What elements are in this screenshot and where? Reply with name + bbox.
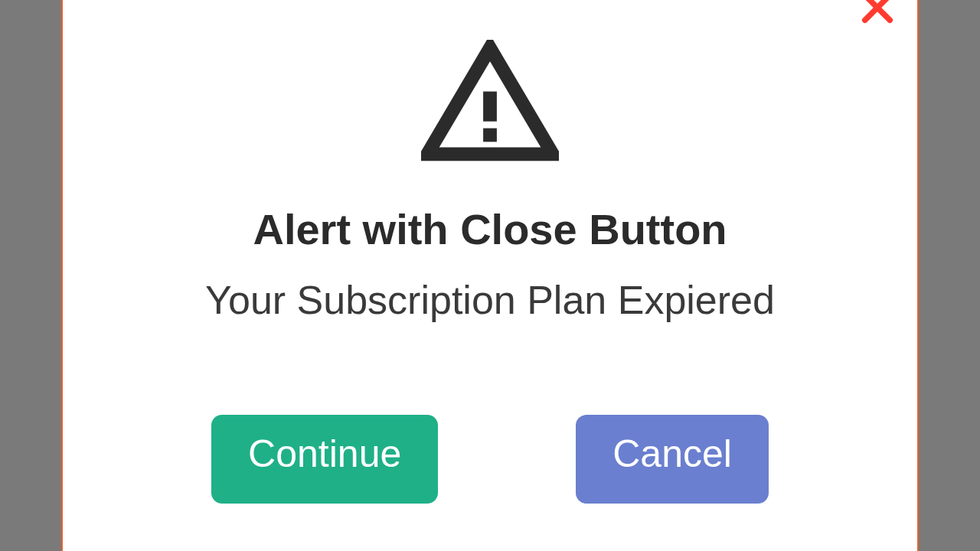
dialog-title: Alert with Close Button — [63, 204, 917, 254]
close-button[interactable] — [854, 0, 900, 31]
cancel-button[interactable]: Cancel — [576, 415, 769, 504]
svg-rect-4 — [483, 129, 497, 142]
modal-backdrop: Alert with Close Button Your Subscriptio… — [0, 0, 980, 551]
warning-icon — [63, 40, 917, 162]
dialog-message: Your Subscription Plan Expiered — [63, 277, 917, 323]
close-icon — [856, 0, 899, 29]
continue-button[interactable]: Continue — [211, 415, 438, 504]
svg-rect-3 — [483, 92, 497, 122]
alert-dialog: Alert with Close Button Your Subscriptio… — [61, 0, 919, 551]
dialog-button-row: Continue Cancel — [63, 415, 917, 504]
